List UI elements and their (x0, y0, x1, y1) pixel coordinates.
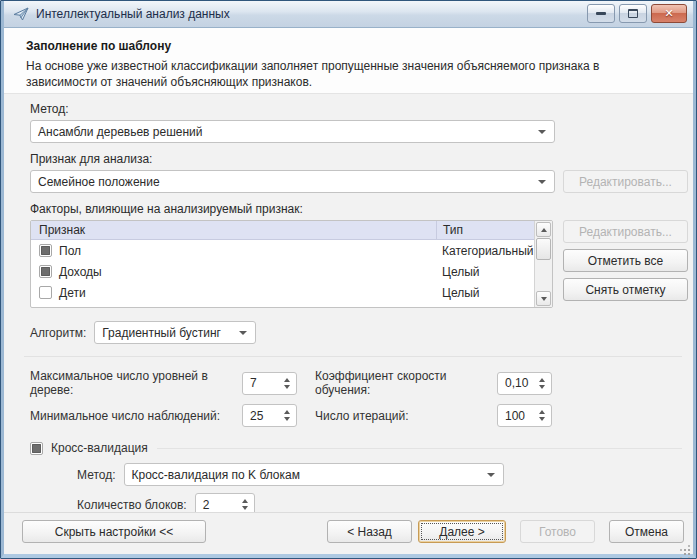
check-all-button[interactable]: Отметить все (563, 249, 688, 272)
page-title: Заполнение по шаблону (26, 39, 671, 53)
edit-target-button[interactable]: Редактировать... (563, 170, 688, 193)
factor-name: Образование (59, 307, 436, 308)
factor-type: Целый (436, 265, 534, 279)
scroll-down-button[interactable] (536, 291, 551, 306)
target-feature-combobox[interactable]: Семейное положение (30, 170, 555, 193)
factor-name: Доходы (59, 265, 436, 279)
arrow-up-icon (539, 410, 545, 414)
minimize-icon (596, 12, 606, 15)
paper-plane-icon (13, 6, 29, 22)
min-observations-value: 25 (250, 409, 263, 423)
method-value: Ансамбли деревьев решений (38, 125, 203, 139)
max-levels-spinner[interactable]: 7 (242, 372, 297, 395)
maximize-icon (628, 9, 638, 18)
arrow-up-icon (284, 378, 290, 382)
scrollbar-thumb[interactable] (536, 238, 551, 260)
hide-settings-button[interactable]: Скрыть настройки << (22, 520, 206, 543)
blocks-count-spinner[interactable]: 2 (195, 493, 255, 512)
table-row[interactable]: ДоходыЦелый (31, 261, 534, 282)
spinner-arrows[interactable] (539, 373, 545, 394)
iterations-value: 100 (505, 409, 525, 423)
spinner-arrows[interactable] (539, 405, 545, 426)
uncheck-all-button[interactable]: Снять отметку (563, 278, 688, 301)
arrow-down-icon (284, 385, 290, 389)
max-levels-value: 7 (250, 376, 257, 390)
table-row[interactable]: ОбразованиеКатегориальный (31, 303, 534, 307)
algorithm-combobox[interactable]: Градиентный бустинг (94, 321, 256, 344)
factor-type: Категориальный (436, 307, 534, 308)
arrow-down-icon (541, 297, 547, 301)
row-checkbox[interactable] (39, 265, 52, 278)
algorithm-label: Алгоритм: (30, 326, 86, 340)
row-checkbox[interactable] (39, 286, 52, 299)
spinner-arrows[interactable] (284, 373, 290, 394)
chevron-down-icon (538, 130, 546, 134)
arrow-up-icon (284, 410, 290, 414)
spinner-arrows[interactable] (242, 494, 248, 512)
window-controls: ✕ (587, 4, 687, 23)
cv-method-label: Метод: (77, 468, 116, 482)
group-divider (157, 448, 682, 449)
column-header-type[interactable]: Тип (436, 221, 534, 239)
window-title: Интеллектуальный анализ данных (36, 7, 230, 21)
parameters-grid: Максимальное число уровней в дереве: 7 К… (30, 369, 688, 427)
arrow-up-icon (541, 228, 547, 232)
row-checkbox[interactable] (39, 244, 52, 257)
iterations-label: Число итераций: (315, 409, 497, 423)
learning-rate-value: 0,10 (505, 376, 528, 390)
blocks-count-value: 2 (203, 498, 210, 512)
iterations-spinner[interactable]: 100 (497, 404, 552, 427)
page-description: На основе уже известной классификации за… (26, 59, 671, 90)
table-scrollbar[interactable] (534, 221, 552, 307)
chevron-down-icon (487, 473, 495, 477)
next-button[interactable]: Далее > (418, 520, 506, 543)
chevron-down-icon (239, 331, 247, 335)
minimize-button[interactable] (587, 4, 615, 23)
target-feature-label: Признак для анализа: (30, 152, 688, 166)
cancel-button[interactable]: Отмена (609, 520, 684, 543)
cross-validation-checkbox[interactable] (30, 442, 43, 455)
finish-button[interactable]: Готово (520, 520, 595, 543)
table-header[interactable]: Признак Тип (31, 221, 534, 240)
spinner-arrows[interactable] (284, 405, 290, 426)
maximize-button[interactable] (619, 4, 647, 23)
table-row[interactable]: ДетиЦелый (31, 282, 534, 303)
arrow-down-icon (539, 417, 545, 421)
factor-type: Категориальный (436, 244, 534, 258)
algorithm-value: Градиентный бустинг (102, 326, 221, 340)
resize-grip[interactable] (680, 541, 690, 551)
arrow-up-icon (242, 499, 248, 503)
arrow-down-icon (284, 417, 290, 421)
max-levels-label: Максимальное число уровней в дереве: (30, 369, 242, 397)
learning-rate-spinner[interactable]: 0,10 (497, 372, 552, 395)
cv-method-combobox[interactable]: Кросс-валидация по K блокам (124, 463, 504, 486)
method-label: Метод: (30, 102, 688, 116)
close-button[interactable]: ✕ (651, 4, 687, 23)
cross-validation-label: Кросс-валидация (51, 441, 148, 455)
factors-label: Факторы, влияющие на анализируемый призн… (30, 202, 688, 216)
factor-actions: Редактировать... Отметить все Снять отме… (563, 220, 688, 301)
back-button[interactable]: < Назад (327, 520, 412, 543)
wizard-header: Заполнение по шаблону На основе уже изве… (4, 28, 693, 94)
table-row[interactable]: ПолКатегориальный (31, 240, 534, 261)
wizard-buttons: < Назад Далее > Готово Отмена (327, 520, 684, 543)
separator (24, 356, 682, 357)
learning-rate-label: Коэффициент скорости обучения: (315, 369, 497, 397)
factors-table[interactable]: Признак Тип ПолКатегориальныйДоходыЦелый… (30, 220, 553, 308)
titlebar[interactable]: Интеллектуальный анализ данных ✕ (4, 1, 693, 28)
chevron-down-icon (538, 180, 546, 184)
target-feature-value: Семейное положение (38, 175, 160, 189)
factor-name: Пол (59, 244, 436, 258)
edit-factor-button[interactable]: Редактировать... (563, 220, 688, 243)
factor-type: Целый (436, 286, 534, 300)
scroll-up-button[interactable] (536, 222, 551, 237)
method-combobox[interactable]: Ансамбли деревьев решений (30, 120, 555, 143)
settings-panel: Метод: Ансамбли деревьев решений Признак… (4, 94, 693, 512)
min-observations-spinner[interactable]: 25 (242, 404, 297, 427)
column-header-name[interactable]: Признак (31, 223, 436, 237)
arrow-down-icon (242, 506, 248, 510)
window-frame: Интеллектуальный анализ данных ✕ Заполне… (1, 1, 696, 558)
arrow-down-icon (539, 385, 545, 389)
footer: Скрыть настройки << < Назад Далее > Гото… (4, 513, 693, 554)
dialog-window: Интеллектуальный анализ данных ✕ Заполне… (0, 0, 697, 559)
